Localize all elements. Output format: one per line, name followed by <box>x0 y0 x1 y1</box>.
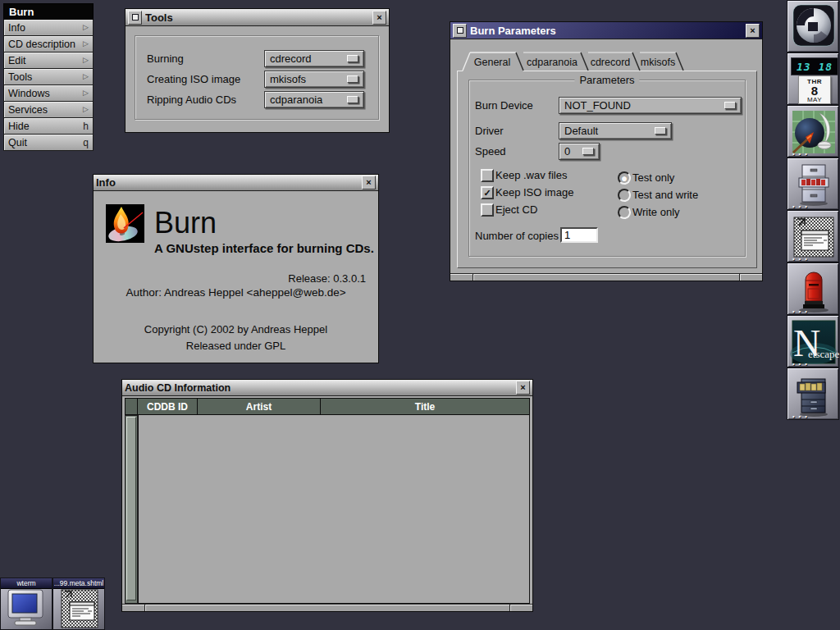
dock-tile-filing-cabinet[interactable]: ... <box>787 158 839 210</box>
miniwindow-wterm[interactable]: wterm <box>0 578 52 630</box>
menu-item-services[interactable]: Services ▷ <box>3 102 94 118</box>
test-and-write-radio[interactable] <box>618 189 631 202</box>
submenu-arrow-icon: ▷ <box>83 24 89 31</box>
menu-item-info[interactable]: Info ▷ <box>3 20 94 36</box>
menu-item-windows[interactable]: Windows ▷ <box>3 85 94 102</box>
submenu-arrow-icon: ▷ <box>83 89 89 97</box>
keep-wav-checkbox[interactable] <box>481 169 494 182</box>
miniaturize-icon <box>132 14 139 21</box>
netscape-rest: etscape <box>808 348 839 360</box>
tab-general[interactable]: General <box>474 57 510 68</box>
test-only-label: Test only <box>632 171 674 184</box>
dock-tile-clock[interactable]: 13 18 THR 8 MAY <box>787 52 839 105</box>
burn-parameters-window: Burn Parameters × General cdparanoia cdr… <box>450 21 763 281</box>
close-button[interactable]: × <box>516 381 530 395</box>
table-header: CDDB ID Artist Title <box>125 398 530 415</box>
tab-cdrecord[interactable]: cdrecord <box>591 57 631 68</box>
audio-cd-titlebar[interactable]: Audio CD Information × <box>122 380 532 396</box>
parameters-group-title: Parameters <box>574 74 639 86</box>
app-menu: Burn Info ▷ CD description ▷ Edit ▷ Tool… <box>3 3 94 151</box>
tools-window: Tools × Burning Creating ISO image Rippi… <box>125 8 390 133</box>
menu-title-label: Burn <box>9 6 34 18</box>
menu-item-quit[interactable]: Quit q <box>3 135 94 151</box>
miniaturize-icon <box>457 27 463 34</box>
driver-popup[interactable]: Default <box>559 122 672 139</box>
keep-iso-checkbox[interactable]: ✓ <box>481 186 494 199</box>
running-indicator: ... <box>791 307 810 313</box>
corner-header <box>125 398 138 415</box>
info-titlebar[interactable]: Info × <box>94 175 378 191</box>
author-text: Author: Andreas Heppel <aheppel@web.de> <box>94 286 378 299</box>
miniwindow-meta-shtml[interactable]: ...99.meta.shtml <box>52 578 105 630</box>
submenu-arrow-icon: ▷ <box>83 73 89 80</box>
eject-cd-checkbox[interactable] <box>481 203 494 217</box>
close-icon: × <box>366 178 371 187</box>
iso-label: Creating ISO image <box>147 73 240 85</box>
terminal-monitor-icon <box>1 588 53 630</box>
audio-cd-window: Audio CD Information × CDDB ID Artist Ti… <box>121 379 533 612</box>
desktop: Burn Info ▷ CD description ▷ Edit ▷ Tool… <box>0 0 840 630</box>
close-icon: × <box>520 383 525 392</box>
write-only-radio[interactable] <box>618 206 631 219</box>
copies-field[interactable] <box>560 227 598 243</box>
speed-label: Speed <box>475 145 506 158</box>
test-only-radio[interactable]: ● <box>618 171 631 185</box>
running-indicator: ... <box>791 412 810 418</box>
ripping-tool-popup[interactable]: cdparanoia <box>264 91 364 108</box>
tab-mkisofs[interactable]: mkisofs <box>641 57 675 68</box>
driver-label: Driver <box>475 125 504 137</box>
scrollbar-knob[interactable] <box>126 417 136 600</box>
miniaturize-button[interactable] <box>453 24 467 38</box>
tab-cdparanoia[interactable]: cdparanoia <box>527 57 578 68</box>
calendar-date: 8 <box>799 85 830 96</box>
burn-device-label: Burn Device <box>475 99 533 112</box>
burning-tool-popup[interactable]: cdrecord <box>264 50 364 67</box>
close-button[interactable]: × <box>372 11 386 25</box>
burn-parameters-titlebar[interactable]: Burn Parameters × <box>450 22 762 39</box>
miniaturize-button[interactable] <box>128 11 142 25</box>
close-button[interactable]: × <box>746 24 760 38</box>
tools-titlebar[interactable]: Tools × <box>126 9 389 26</box>
eject-cd-label: Eject CD <box>495 203 537 216</box>
keep-wav-label: Keep .wav files <box>495 169 567 181</box>
burn-device-popup[interactable]: NOT_FOUND <box>559 97 742 114</box>
info-window: Info × Burn A GNUstep interface for burn… <box>93 174 379 363</box>
running-indicator: ... <box>791 149 810 156</box>
app-subtitle: A GNUstep interface for burning CDs. <box>154 241 374 255</box>
column-header-cddb-id[interactable]: CDDB ID <box>138 398 198 415</box>
column-header-title[interactable]: Title <box>321 398 530 415</box>
speed-popup[interactable]: 0 <box>559 143 600 160</box>
menu-item-hide[interactable]: Hide h <box>3 118 94 135</box>
menu-titlebar[interactable]: Burn <box>3 3 94 20</box>
vertical-scrollbar[interactable] <box>125 415 138 604</box>
popup-icon <box>347 75 358 83</box>
lcd-clock: 13 18 <box>791 57 838 75</box>
iso-tool-popup[interactable]: mkisofs <box>264 71 364 88</box>
column-header-artist[interactable]: Artist <box>198 398 321 415</box>
dock-tile-netscape[interactable]: N etscape ... <box>787 315 839 368</box>
resize-bar[interactable] <box>122 604 532 611</box>
document-window-icon <box>53 588 106 630</box>
burn-app-icon <box>106 204 144 243</box>
calendar-month: MAY <box>799 96 830 103</box>
menu-item-cd-description[interactable]: CD description ▷ <box>3 36 94 52</box>
table-body[interactable] <box>138 415 530 604</box>
close-button[interactable]: × <box>362 176 376 189</box>
dock-tile-burn-app[interactable]: ... <box>787 105 839 158</box>
dock-tile-gnustep-logo[interactable] <box>787 0 839 52</box>
dock-tile-mailbox[interactable]: ... <box>787 262 839 315</box>
gnustep-logo-icon <box>788 1 840 53</box>
resize-bar[interactable] <box>450 273 762 281</box>
popup-icon <box>347 55 358 62</box>
close-icon: × <box>750 26 755 35</box>
popup-icon <box>347 96 358 103</box>
dock-tile-text-editor[interactable]: ... <box>787 210 839 262</box>
menu-item-edit[interactable]: Edit ▷ <box>3 52 94 69</box>
dock-tile-archive-cabinet[interactable]: ... <box>787 368 839 420</box>
test-and-write-label: Test and write <box>632 189 698 201</box>
popup-icon <box>582 148 594 155</box>
copyright-text: Copyright (C) 2002 by Andreas Heppel <box>94 323 378 336</box>
menu-item-tools[interactable]: Tools ▷ <box>3 69 94 85</box>
clock-time: 13 18 <box>797 61 833 73</box>
tab-strip: General cdparanoia cdrecord mkisofs <box>459 52 705 72</box>
